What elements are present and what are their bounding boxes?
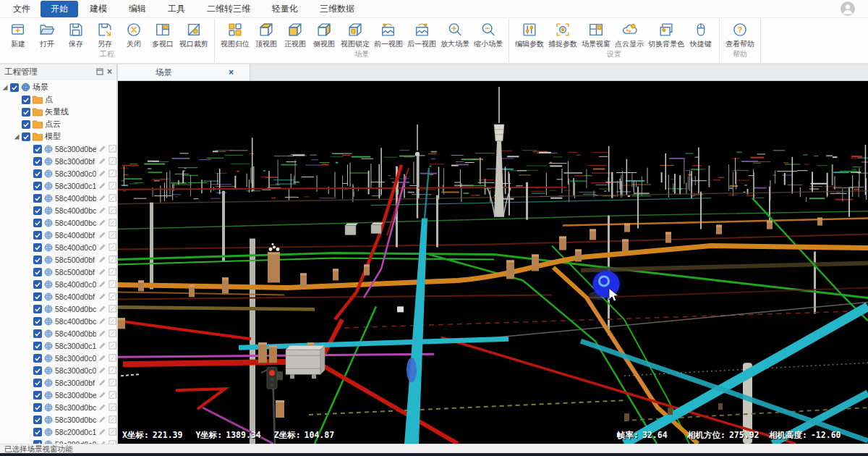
scene-tv-tower xyxy=(488,87,511,217)
toolbar-button-editparams[interactable]: 编辑参数 xyxy=(513,20,546,50)
tree-node-model-19[interactable]: 58c300d0bf xyxy=(0,376,116,389)
ribbon-group-label: 工程 xyxy=(4,50,210,59)
scene-selection-marker[interactable] xyxy=(587,265,625,303)
toolbar-button-hotkey[interactable]: 快捷键 xyxy=(686,20,715,50)
tree-node-model-15[interactable]: 58c400d0bb xyxy=(0,327,116,339)
toolbar-button-cubetop[interactable]: 顶视图 xyxy=(252,20,281,50)
tree-node-model-3[interactable]: 58c300d0c1 xyxy=(0,180,116,192)
toolbar-ribbon: 新建打开保存另存关闭多视口视口裁剪工程视图归位顶视图正视图侧视图视图锁定前一视图… xyxy=(0,18,868,64)
toolbar-button-zoomin[interactable]: 放大场景 xyxy=(438,20,472,50)
project-tree: 场景点矢量线点云模型58c300d0be58c300d0bf58c300d0c0… xyxy=(0,80,116,444)
camera-azimuth-readout: 相机方位:275.92 xyxy=(687,430,759,441)
toolbar-button-saveas[interactable]: 另存 xyxy=(90,20,119,50)
ribbon-group-label: 场景 xyxy=(218,50,505,59)
toolbar-button-new[interactable]: 新建 xyxy=(4,20,33,50)
tree-node-model-4[interactable]: 58c400d0bb xyxy=(0,192,116,204)
framerate-readout: 帧率:32.64 xyxy=(617,430,668,441)
project-panel: 工程管理 × 场景点矢量线点云模型58c300d0be58c300d0bf58c… xyxy=(0,64,118,444)
menu-tab-0[interactable]: 开始 xyxy=(41,1,78,17)
tree-node-folder-0[interactable]: 点 xyxy=(0,93,116,106)
scene-transformer-box xyxy=(286,345,325,379)
camera-height-readout: 相机高度:-12.60 xyxy=(769,430,841,441)
application-window: 文件 开始建模编辑工具二维转三维轻量化三维数据 新建打开保存另存关闭多视口视口裁… xyxy=(0,0,868,456)
tree-node-model-1[interactable]: 58c300d0bf xyxy=(0,155,116,167)
toolbar-button-multiview[interactable]: 多视口 xyxy=(148,20,177,50)
close-panel-icon[interactable]: × xyxy=(107,68,112,75)
ribbon-group-label: 设置 xyxy=(513,50,715,59)
ribbon-group-label: 帮助 xyxy=(723,50,757,59)
scene-viewport[interactable]: X坐标:221.39 Y坐标:1389.34 Z坐标:104.87 帧率:32.… xyxy=(118,81,868,444)
panel-title: 工程管理 xyxy=(4,67,38,77)
toolbar-button-cubefront[interactable]: 正视图 xyxy=(281,20,310,50)
menu-tab-4[interactable]: 二维转三维 xyxy=(197,1,260,17)
tree-node-model-17[interactable]: 58c300d0c0 xyxy=(0,352,116,364)
scene-3d-view xyxy=(118,81,868,444)
toolbar-button-open[interactable]: 打开 xyxy=(33,20,61,50)
toolbar-button-close[interactable]: 关闭 xyxy=(119,20,148,50)
toolbar-button-help[interactable]: ?查看帮助 xyxy=(723,20,757,50)
status-message: 已选择场景视窗功能 xyxy=(4,445,73,453)
menu-bar: 文件 开始建模编辑工具二维转三维轻量化三维数据 xyxy=(0,0,868,18)
toolbar-button-clipview[interactable]: 视口裁剪 xyxy=(177,20,210,50)
float-panel-icon[interactable] xyxy=(96,68,103,75)
tree-node-model-2[interactable]: 58c300d0c0 xyxy=(0,167,116,180)
tab-close-icon[interactable]: × xyxy=(229,67,234,77)
document-tabbar: 场景 × xyxy=(118,64,868,81)
tree-node-model-11[interactable]: 58c400d0c0 xyxy=(0,278,116,290)
menu-tab-1[interactable]: 建模 xyxy=(80,1,117,17)
toolbar-button-cubeside[interactable]: 侧视图 xyxy=(310,20,339,50)
tree-node-model-12[interactable]: 58c400d0bf xyxy=(0,290,116,303)
tree-node-folder-1[interactable]: 矢量线 xyxy=(0,106,116,118)
menu-tab-3[interactable]: 工具 xyxy=(158,1,195,17)
ribbon-group: 编辑参数捕捉参数场景视窗点云显示切换背景色快捷键设置 xyxy=(509,18,720,63)
toolbar-button-prevview[interactable]: 前一视图 xyxy=(372,20,405,50)
menu-tab-5[interactable]: 轻量化 xyxy=(262,1,308,17)
toolbar-button-scenewindow[interactable]: 场景视窗 xyxy=(579,20,613,50)
toolbar-button-zoomout[interactable]: 缩小场景 xyxy=(472,20,505,50)
scene-distant-lines xyxy=(118,187,868,250)
tree-node-folder-2[interactable]: 点云 xyxy=(0,118,116,130)
toolbar-button-togglebg[interactable]: 切换背景色 xyxy=(646,20,686,50)
toolbar-button-cubelock[interactable]: 视图锁定 xyxy=(339,20,372,50)
tree-node-model-14[interactable]: 58c400d0bc xyxy=(0,315,116,327)
menu-file[interactable]: 文件 xyxy=(3,1,41,17)
user-avatar-icon[interactable] xyxy=(841,1,855,16)
menu-tabs: 开始建模编辑工具二维转三维轻量化三维数据 xyxy=(41,1,365,17)
ribbon-group: 新建打开保存另存关闭多视口视口裁剪工程 xyxy=(0,18,215,63)
menu-tab-2[interactable]: 编辑 xyxy=(119,1,156,17)
tree-node-model-18[interactable]: 58c300d0c0 xyxy=(0,364,116,376)
toolbar-button-viewhome[interactable]: 视图归位 xyxy=(218,20,252,50)
toolbar-button-save[interactable]: 保存 xyxy=(61,20,90,50)
ribbon-group: ?查看帮助帮助 xyxy=(720,18,761,63)
tree-node-model-13[interactable]: 58c400d0bc xyxy=(0,303,116,315)
toolbar-button-pointcloud[interactable]: 点云显示 xyxy=(613,20,646,50)
tree-node-model-9[interactable]: 58c500d0bf xyxy=(0,253,116,266)
tree-node-model-21[interactable]: 58c300d0bc xyxy=(0,401,116,413)
tab-label: 场景 xyxy=(156,67,172,78)
menu-tab-6[interactable]: 三维数据 xyxy=(310,1,365,17)
tree-node-model-6[interactable]: 58c400d0bc xyxy=(0,216,116,229)
tree-node-model-20[interactable]: 58c300d0be xyxy=(0,389,116,401)
tree-node-model-7[interactable]: 58c400d0bf xyxy=(0,229,116,241)
toolbar-button-nextview[interactable]: 后一视图 xyxy=(405,20,438,50)
tree-node-model-16[interactable]: 58c300d0c1 xyxy=(0,339,116,352)
tree-node-model-24[interactable]: 58c200d0c0 xyxy=(0,438,116,444)
tree-node-scene[interactable]: 场景 xyxy=(0,81,116,93)
tree-node-model-22[interactable]: 58c300d0bc xyxy=(0,413,116,426)
tab-scene[interactable]: 场景 × xyxy=(118,64,250,80)
toolbar-button-snapparams[interactable]: 捕捉参数 xyxy=(546,20,579,50)
coordinate-readout: X坐标:221.39 Y坐标:1389.34 Z坐标:104.87 xyxy=(122,430,334,441)
project-panel-header: 工程管理 × xyxy=(0,64,116,80)
status-bar: 已选择场景视窗功能 xyxy=(0,444,868,453)
ribbon-group: 视图归位顶视图正视图侧视图视图锁定前一视图后一视图放大场景缩小场景场景 xyxy=(215,18,509,63)
tree-node-model-0[interactable]: 58c300d0be xyxy=(0,143,116,155)
tree-node-model-23[interactable]: 58c200d0c1 xyxy=(0,426,116,438)
tree-node-folder-3[interactable]: 模型 xyxy=(0,130,116,143)
tree-node-model-8[interactable]: 58c400d0c0 xyxy=(0,241,116,253)
tree-node-model-10[interactable]: 58c500d0bf xyxy=(0,266,116,278)
scene-small-cabinets xyxy=(345,223,404,313)
svg-text:?: ? xyxy=(738,25,743,34)
window-bottom-edge xyxy=(0,453,868,456)
tree-node-model-5[interactable]: 58c400d0bc xyxy=(0,204,116,216)
